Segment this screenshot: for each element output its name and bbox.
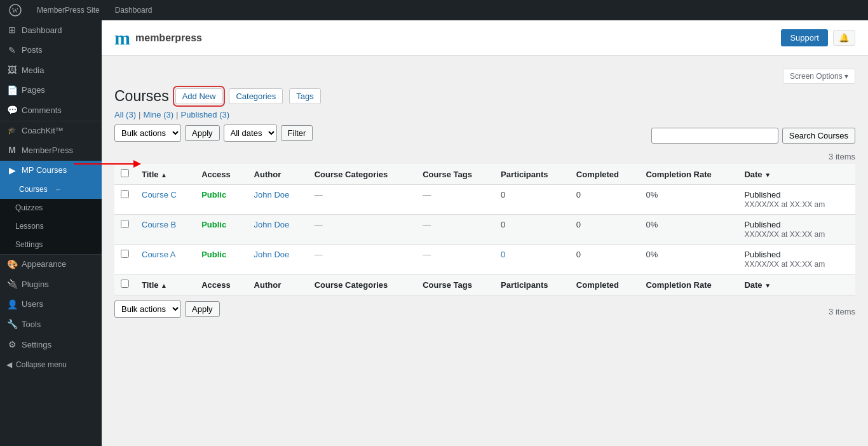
categories-button[interactable]: Categories bbox=[229, 88, 283, 104]
author-link[interactable]: John Doe bbox=[254, 220, 290, 229]
plugins-icon: 🔌 bbox=[6, 278, 18, 291]
foot-col-participants: Participants bbox=[494, 274, 570, 295]
row-tags: — bbox=[416, 245, 494, 274]
col-completed: Completed bbox=[570, 164, 640, 185]
content-area: m memberpress Support 🔔 Screen Options ▾… bbox=[102, 20, 868, 446]
header-bell-button[interactable]: 🔔 bbox=[833, 30, 855, 46]
dashboard-item[interactable]: Dashboard bbox=[111, 0, 156, 20]
filter-published[interactable]: Published (3) bbox=[180, 110, 229, 119]
col-title[interactable]: Title ▲ bbox=[135, 164, 195, 185]
row-completed: 0 bbox=[570, 185, 640, 215]
sidebar-item-tools[interactable]: 🔧 Tools bbox=[0, 314, 102, 335]
row-select-checkbox[interactable] bbox=[121, 190, 129, 198]
date-sort-icon: ▼ bbox=[764, 172, 771, 179]
apply-button-bottom[interactable]: Apply bbox=[185, 301, 220, 317]
sidebar-item-quizzes[interactable]: Quizzes bbox=[0, 199, 102, 217]
foot-col-completion-rate: Completion Rate bbox=[639, 274, 738, 295]
sidebar-label-settings: Settings bbox=[22, 339, 51, 351]
col-date[interactable]: Date ▼ bbox=[738, 164, 855, 185]
row-select-checkbox[interactable] bbox=[121, 220, 129, 228]
foot-select-all-checkbox[interactable] bbox=[121, 280, 129, 288]
sidebar-item-memberpress[interactable]: M MemberPress bbox=[0, 140, 102, 161]
search-box: Search Courses bbox=[651, 128, 855, 144]
row-completed: 0 bbox=[570, 215, 640, 245]
sidebar-item-coachkit[interactable]: 🎓 CoachKit™ bbox=[0, 121, 102, 140]
sidebar-item-lessons[interactable]: Lessons bbox=[0, 217, 102, 236]
row-date: Published XX/XX/XX at XX:XX am bbox=[738, 185, 855, 215]
row-categories: — bbox=[308, 215, 416, 245]
search-input[interactable] bbox=[651, 128, 778, 144]
site-name-label: MemberPress Site bbox=[37, 6, 100, 15]
course-a-link[interactable]: Course A bbox=[142, 250, 175, 259]
tools-icon: 🔧 bbox=[6, 318, 18, 331]
row-access: Public bbox=[195, 215, 247, 245]
title-sort-icon: ▲ bbox=[161, 172, 167, 179]
mp-logo: m memberpress bbox=[114, 27, 202, 49]
lessons-submenu-label: Lessons bbox=[15, 221, 44, 232]
filter-all[interactable]: All (3) bbox=[114, 110, 136, 119]
settings-icon: ⚙ bbox=[6, 339, 18, 351]
sidebar-item-mp-courses[interactable]: ▶ MP Courses bbox=[0, 161, 102, 181]
col-checkbox bbox=[114, 164, 135, 185]
toolbar-bottom: Bulk actions Apply bbox=[114, 301, 220, 318]
row-title: Course C bbox=[135, 185, 195, 215]
svg-text:W: W bbox=[12, 7, 18, 14]
row-checkbox bbox=[114, 215, 135, 245]
page-title: Courses bbox=[114, 88, 169, 105]
site-name-item[interactable]: MemberPress Site bbox=[33, 0, 104, 20]
sidebar-item-settings-courses[interactable]: Settings bbox=[0, 236, 102, 254]
search-courses-button[interactable]: Search Courses bbox=[782, 128, 855, 144]
date-value: XX/XX/XX at XX:XX am bbox=[744, 260, 825, 269]
dashboard-icon: ⊞ bbox=[6, 24, 18, 37]
date-filter-select[interactable]: All dates bbox=[224, 125, 277, 142]
sidebar-item-pages[interactable]: 📄 Pages bbox=[0, 81, 102, 101]
sidebar-item-comments[interactable]: 💬 Comments bbox=[0, 100, 102, 121]
row-select-checkbox[interactable] bbox=[121, 250, 129, 258]
course-c-link[interactable]: Course C bbox=[142, 190, 177, 199]
sidebar-item-posts[interactable]: ✎ Posts bbox=[0, 41, 102, 61]
filter-mine[interactable]: Mine (3) bbox=[143, 110, 173, 119]
apply-button[interactable]: Apply bbox=[185, 125, 220, 141]
toolbar-left: Bulk actions Apply All dates Filter bbox=[114, 125, 313, 142]
pages-icon: 📄 bbox=[6, 84, 18, 97]
add-new-button[interactable]: Add New bbox=[175, 88, 223, 104]
row-checkbox bbox=[114, 185, 135, 215]
sidebar-label-pages: Pages bbox=[22, 84, 45, 96]
col-tags: Course Tags bbox=[416, 164, 494, 185]
collapse-menu[interactable]: ◀ Collapse menu bbox=[0, 355, 102, 374]
sidebar-item-appearance[interactable]: 🎨 Appearance bbox=[0, 254, 102, 275]
bulk-actions-select[interactable]: Bulk actions bbox=[114, 125, 181, 142]
sidebar-item-plugins[interactable]: 🔌 Plugins bbox=[0, 274, 102, 295]
admin-bar: W MemberPress Site Dashboard bbox=[0, 0, 868, 20]
sidebar-label-plugins: Plugins bbox=[22, 279, 49, 290]
sidebar-label-appearance: Appearance bbox=[22, 259, 66, 270]
comments-icon: 💬 bbox=[6, 104, 18, 117]
date-status: Published bbox=[744, 190, 780, 199]
dashboard-label: Dashboard bbox=[115, 6, 153, 15]
support-button[interactable]: Support bbox=[781, 29, 828, 46]
author-link[interactable]: John Doe bbox=[254, 250, 290, 259]
sidebar-item-courses[interactable]: Courses ← bbox=[0, 180, 102, 199]
select-all-checkbox[interactable] bbox=[121, 169, 129, 177]
filter-button[interactable]: Filter bbox=[281, 125, 313, 141]
sidebar-label-tools: Tools bbox=[22, 319, 41, 330]
screen-options-button[interactable]: Screen Options ▾ bbox=[783, 69, 855, 84]
course-b-link[interactable]: Course B bbox=[142, 220, 176, 229]
row-tags: — bbox=[416, 185, 494, 215]
sidebar-item-dashboard[interactable]: ⊞ Dashboard bbox=[0, 20, 102, 41]
table-row: Course B Public John Doe — — 0 0 0% Publ… bbox=[114, 215, 855, 245]
courses-table: Title ▲ Access Author Course Categories … bbox=[114, 164, 855, 295]
sidebar-item-users[interactable]: 👤 Users bbox=[0, 295, 102, 315]
col-access: Access bbox=[195, 164, 247, 185]
bulk-actions-select-bottom[interactable]: Bulk actions bbox=[114, 301, 181, 318]
author-link[interactable]: John Doe bbox=[254, 190, 290, 199]
wp-logo-item[interactable]: W bbox=[5, 0, 25, 20]
row-categories: — bbox=[308, 245, 416, 274]
page-content: Screen Options ▾ Courses Add New Categor… bbox=[102, 56, 868, 446]
sidebar-item-media[interactable]: 🖼 Media bbox=[0, 60, 102, 81]
sidebar-item-settings[interactable]: ⚙ Settings bbox=[0, 335, 102, 355]
users-icon: 👤 bbox=[6, 299, 18, 311]
date-value: XX/XX/XX at XX:XX am bbox=[744, 200, 825, 209]
tags-button[interactable]: Tags bbox=[289, 88, 320, 104]
sidebar-label-memberpress: MemberPress bbox=[22, 145, 73, 156]
